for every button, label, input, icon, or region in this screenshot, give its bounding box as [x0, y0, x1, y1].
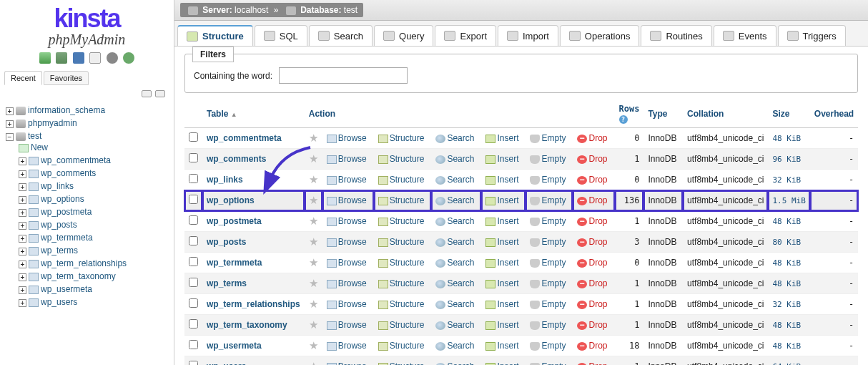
- action-structure[interactable]: Structure: [390, 320, 425, 330]
- link-icon[interactable]: [155, 90, 165, 97]
- tab-recent[interactable]: Recent: [4, 71, 42, 85]
- favorite-star-icon[interactable]: ★: [309, 277, 318, 289]
- action-empty[interactable]: Empty: [541, 175, 566, 185]
- tab-structure[interactable]: Structure: [177, 25, 253, 46]
- favorite-star-icon[interactable]: ★: [309, 235, 318, 248]
- favorite-star-icon[interactable]: ★: [309, 215, 318, 227]
- table-name-link[interactable]: wp_posts: [207, 237, 246, 247]
- table-name-link[interactable]: wp_links: [207, 175, 243, 185]
- breadcrumb-server[interactable]: localhost: [235, 5, 268, 15]
- action-browse[interactable]: Browse: [338, 278, 367, 288]
- action-insert[interactable]: Insert: [497, 278, 518, 288]
- breadcrumb-db[interactable]: test: [344, 5, 357, 15]
- action-empty[interactable]: Empty: [541, 216, 566, 226]
- tab-routines[interactable]: Routines: [641, 25, 711, 46]
- action-search[interactable]: Search: [447, 341, 474, 351]
- action-empty[interactable]: Empty: [541, 237, 566, 247]
- action-drop[interactable]: Drop: [588, 216, 607, 226]
- tree-toggle[interactable]: +: [19, 248, 26, 256]
- action-drop[interactable]: Drop: [588, 154, 607, 164]
- action-drop[interactable]: Drop: [588, 175, 607, 185]
- tree-table[interactable]: wp_users: [41, 297, 77, 307]
- tab-export[interactable]: Export: [435, 25, 496, 46]
- tab-import[interactable]: Import: [498, 25, 558, 46]
- action-search[interactable]: Search: [447, 133, 474, 143]
- action-search[interactable]: Search: [447, 237, 474, 247]
- row-checkbox[interactable]: [189, 195, 198, 204]
- action-structure[interactable]: Structure: [390, 341, 425, 351]
- action-structure[interactable]: Structure: [390, 133, 425, 143]
- action-browse[interactable]: Browse: [338, 299, 367, 309]
- action-browse[interactable]: Browse: [338, 258, 367, 268]
- action-structure[interactable]: Structure: [390, 361, 425, 365]
- action-search[interactable]: Search: [447, 258, 474, 268]
- tree-toggle[interactable]: −: [6, 133, 14, 141]
- favorite-star-icon[interactable]: ★: [309, 173, 318, 185]
- action-search[interactable]: Search: [447, 320, 474, 330]
- tab-query[interactable]: Query: [374, 25, 433, 46]
- tree-table[interactable]: wp_term_relationships: [41, 258, 127, 268]
- table-name-link[interactable]: wp_terms: [207, 278, 247, 288]
- tab-triggers[interactable]: Triggers: [778, 25, 846, 46]
- tree-toggle[interactable]: +: [6, 120, 14, 128]
- action-search[interactable]: Search: [447, 216, 474, 226]
- action-insert[interactable]: Insert: [497, 195, 518, 205]
- action-search[interactable]: Search: [447, 278, 474, 288]
- tree-db[interactable]: phpmyadmin: [28, 118, 77, 128]
- action-empty[interactable]: Empty: [541, 299, 566, 309]
- tree-table[interactable]: wp_usermeta: [41, 284, 92, 294]
- action-search[interactable]: Search: [447, 154, 474, 164]
- action-insert[interactable]: Insert: [497, 175, 518, 185]
- tree-db[interactable]: test: [28, 131, 41, 141]
- tree-table[interactable]: wp_termmeta: [41, 233, 93, 243]
- table-name-link[interactable]: wp_comments: [207, 154, 266, 164]
- favorite-star-icon[interactable]: ★: [309, 194, 318, 206]
- action-structure[interactable]: Structure: [390, 278, 425, 288]
- help-icon[interactable]: ?: [619, 115, 628, 124]
- favorite-star-icon[interactable]: ★: [309, 132, 318, 144]
- tree-new[interactable]: New: [31, 142, 48, 152]
- tree-table[interactable]: wp_terms: [41, 245, 78, 256]
- tree-toggle[interactable]: +: [19, 209, 26, 217]
- action-empty[interactable]: Empty: [541, 278, 566, 288]
- gear-icon[interactable]: [107, 52, 118, 64]
- tree-table[interactable]: wp_options: [41, 194, 84, 204]
- row-checkbox[interactable]: [189, 319, 198, 328]
- action-empty[interactable]: Empty: [541, 195, 566, 205]
- tree-toggle[interactable]: +: [19, 261, 26, 268]
- action-insert[interactable]: Insert: [497, 341, 518, 351]
- logout-icon[interactable]: [56, 52, 67, 64]
- row-checkbox[interactable]: [189, 132, 198, 142]
- action-empty[interactable]: Empty: [541, 361, 566, 365]
- table-name-link[interactable]: wp_term_relationships: [207, 299, 300, 309]
- action-drop[interactable]: Drop: [588, 341, 607, 351]
- tree-toggle[interactable]: +: [19, 273, 26, 281]
- tree-toggle[interactable]: +: [19, 235, 26, 243]
- action-insert[interactable]: Insert: [497, 258, 518, 268]
- favorite-star-icon[interactable]: ★: [309, 298, 318, 310]
- tree-toggle[interactable]: +: [19, 157, 26, 165]
- tab-events[interactable]: Events: [714, 25, 776, 46]
- action-browse[interactable]: Browse: [338, 237, 367, 247]
- action-drop[interactable]: Drop: [588, 361, 607, 365]
- row-checkbox[interactable]: [189, 278, 198, 287]
- action-browse[interactable]: Browse: [338, 216, 367, 226]
- action-drop[interactable]: Drop: [588, 258, 607, 268]
- row-checkbox[interactable]: [189, 153, 198, 162]
- tree-toggle[interactable]: +: [19, 170, 26, 178]
- action-search[interactable]: Search: [447, 175, 474, 185]
- action-structure[interactable]: Structure: [390, 216, 425, 226]
- action-insert[interactable]: Insert: [497, 320, 518, 330]
- action-structure[interactable]: Structure: [390, 258, 425, 268]
- action-browse[interactable]: Browse: [338, 341, 367, 351]
- tree-table[interactable]: wp_postmeta: [41, 207, 92, 217]
- favorite-star-icon[interactable]: ★: [309, 152, 318, 165]
- tree-table[interactable]: wp_posts: [41, 220, 77, 230]
- action-drop[interactable]: Drop: [588, 237, 607, 247]
- action-empty[interactable]: Empty: [541, 154, 566, 164]
- action-empty[interactable]: Empty: [541, 258, 566, 268]
- action-structure[interactable]: Structure: [390, 299, 425, 309]
- tree-table[interactable]: wp_commentmeta: [41, 155, 111, 165]
- action-drop[interactable]: Drop: [588, 320, 607, 330]
- docs-icon[interactable]: [73, 52, 84, 64]
